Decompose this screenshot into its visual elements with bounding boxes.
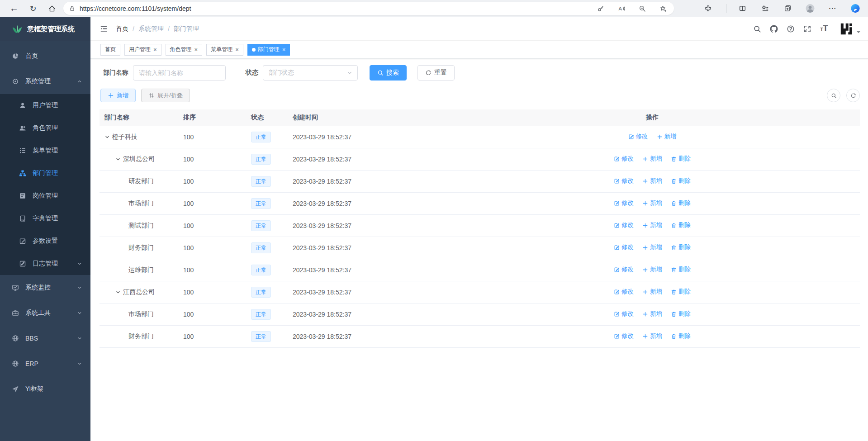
sidebar-item-yi-framework[interactable]: Yi框架 xyxy=(0,376,90,402)
close-icon[interactable]: × xyxy=(282,47,286,52)
sidebar-item-system-tools[interactable]: 系统工具 xyxy=(0,300,90,326)
row-delete-link[interactable]: 删除 xyxy=(671,221,691,229)
row-delete-link[interactable]: 删除 xyxy=(671,155,691,163)
row-delete-link[interactable]: 删除 xyxy=(671,332,691,340)
row-add-link[interactable]: 新增 xyxy=(642,332,662,340)
sidebar-item-label: 岗位管理 xyxy=(33,192,58,200)
user-menu[interactable] xyxy=(840,22,861,36)
row-edit-link[interactable]: 修改 xyxy=(614,155,634,163)
row-edit-link[interactable]: 修改 xyxy=(614,199,634,207)
row-add-link[interactable]: 新增 xyxy=(642,288,662,296)
close-icon[interactable]: × xyxy=(153,47,157,52)
tab-user[interactable]: 用户管理× xyxy=(124,44,161,56)
sidebar-item-menu-mgmt[interactable]: 菜单管理 xyxy=(0,139,90,162)
reload-icon[interactable]: ↻ xyxy=(28,4,38,14)
close-icon[interactable]: × xyxy=(194,47,198,52)
fullscreen-icon[interactable] xyxy=(802,24,813,34)
action-label: 修改 xyxy=(621,243,634,251)
sidebar-item-param-settings[interactable]: 参数设置 xyxy=(0,230,90,252)
breadcrumb-item[interactable]: 首页 xyxy=(116,25,128,33)
status-select[interactable]: 部门状态 xyxy=(263,65,358,81)
row-add-link[interactable]: 新增 xyxy=(657,133,677,141)
row-delete-link[interactable]: 删除 xyxy=(671,266,691,274)
row-add-link[interactable]: 新增 xyxy=(642,243,662,251)
row-add-link[interactable]: 新增 xyxy=(642,221,662,229)
split-screen-icon[interactable] xyxy=(726,4,747,13)
row-edit-link[interactable]: 修改 xyxy=(614,243,634,251)
sidebar-item-home[interactable]: 首页 xyxy=(0,43,90,69)
address-bar[interactable]: https://ccnetcore.com:1101/system/dept A xyxy=(63,2,674,15)
sidebar-item-system-monitor[interactable]: 系统监控 xyxy=(0,275,90,300)
close-icon[interactable]: × xyxy=(235,47,239,52)
tab-menu[interactable]: 菜单管理× xyxy=(206,44,243,56)
created-time-cell: 2023-03-29 18:52:37 xyxy=(288,170,584,192)
created-time-cell: 2023-03-29 18:52:37 xyxy=(288,259,584,281)
sidebar-item-bbs[interactable]: BBS xyxy=(0,326,90,351)
row-add-link[interactable]: 新增 xyxy=(642,177,662,185)
extensions-icon[interactable] xyxy=(703,4,712,13)
created-time-cell: 2023-03-29 18:52:37 xyxy=(288,281,584,303)
read-aloud-icon[interactable]: A xyxy=(617,4,626,13)
bing-icon[interactable] xyxy=(851,4,860,13)
row-edit-link[interactable]: 修改 xyxy=(614,332,634,340)
toggle-search-button[interactable] xyxy=(827,89,840,102)
favorites-icon[interactable] xyxy=(760,4,769,13)
sidebar-item-erp[interactable]: ERP xyxy=(0,351,90,376)
row-delete-link[interactable]: 删除 xyxy=(671,243,691,251)
sidebar-item-user-mgmt[interactable]: 用户管理 xyxy=(0,94,90,117)
expand-collapse-button[interactable]: 展开/折叠 xyxy=(141,89,190,102)
collapse-menu-icon[interactable] xyxy=(100,24,109,33)
table-header-row: 部门名称排序状态创建时间操作 xyxy=(100,109,860,126)
row-add-link[interactable]: 新增 xyxy=(642,310,662,318)
tree-caret-icon[interactable] xyxy=(104,134,110,140)
sidebar-item-role-mgmt[interactable]: 角色管理 xyxy=(0,117,90,139)
sidebar-item-dept-mgmt[interactable]: 部门管理 xyxy=(0,162,90,185)
github-icon[interactable] xyxy=(768,24,779,34)
row-edit-link[interactable]: 修改 xyxy=(614,266,634,274)
more-icon[interactable]: ··· xyxy=(828,4,837,13)
home-icon[interactable] xyxy=(47,4,57,14)
dept-name-cell: 财务部门 xyxy=(100,325,179,347)
tab-home[interactable]: 首页 xyxy=(100,44,120,56)
back-arrow-icon[interactable]: ← xyxy=(9,4,19,14)
key-icon[interactable] xyxy=(596,4,605,13)
row-edit-link[interactable]: 修改 xyxy=(614,310,634,318)
action-label: 修改 xyxy=(621,288,634,296)
reset-button[interactable]: 重置 xyxy=(417,65,455,81)
row-add-link[interactable]: 新增 xyxy=(642,155,662,163)
row-edit-link[interactable]: 修改 xyxy=(614,288,634,296)
tab-dept[interactable]: 部门管理× xyxy=(247,44,290,56)
row-delete-link[interactable]: 删除 xyxy=(671,199,691,207)
row-edit-link[interactable]: 修改 xyxy=(614,221,634,229)
column-header: 操作 xyxy=(584,109,720,126)
row-add-link[interactable]: 新增 xyxy=(642,266,662,274)
search-button[interactable]: 搜索 xyxy=(370,65,407,81)
row-delete-link[interactable]: 删除 xyxy=(671,177,691,185)
zoom-out-icon[interactable] xyxy=(638,4,647,13)
refresh-table-button[interactable] xyxy=(846,89,860,102)
collections-icon[interactable] xyxy=(783,4,792,13)
table-row: 财务部门100正常2023-03-29 18:52:37修改新增删除 xyxy=(100,325,860,347)
sidebar-item-post-mgmt[interactable]: 岗位管理 xyxy=(0,185,90,207)
dept-name-input[interactable] xyxy=(133,65,226,81)
profile-icon[interactable] xyxy=(806,4,815,13)
row-add-link[interactable]: 新增 xyxy=(642,199,662,207)
star-plus-icon[interactable] xyxy=(659,4,668,13)
font-size-icon[interactable]: TT xyxy=(819,24,830,34)
row-edit-link[interactable]: 修改 xyxy=(628,133,648,141)
sidebar-item-dict-mgmt[interactable]: 字典管理 xyxy=(0,207,90,230)
tree-caret-icon[interactable] xyxy=(115,156,121,162)
add-button[interactable]: 新增 xyxy=(100,89,136,102)
lock-icon xyxy=(69,5,76,12)
row-delete-link[interactable]: 删除 xyxy=(671,310,691,318)
action-label: 修改 xyxy=(621,177,634,185)
help-icon[interactable] xyxy=(785,24,796,34)
tab-role[interactable]: 角色管理× xyxy=(166,44,203,56)
action-label: 删除 xyxy=(678,221,691,229)
tree-caret-icon[interactable] xyxy=(115,289,121,295)
row-delete-link[interactable]: 删除 xyxy=(671,288,691,296)
search-icon[interactable] xyxy=(752,24,763,34)
sidebar-item-log-mgmt[interactable]: 日志管理 xyxy=(0,252,90,275)
sidebar-item-system-admin[interactable]: 系统管理 xyxy=(0,69,90,94)
row-edit-link[interactable]: 修改 xyxy=(614,177,634,185)
